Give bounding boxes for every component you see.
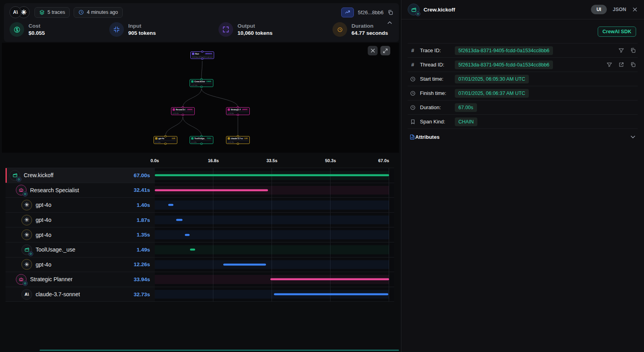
external-icon xyxy=(618,62,624,68)
compress-icon xyxy=(109,22,124,37)
timeline-row[interactable]: ✳gpt-4o1.40s xyxy=(6,198,394,213)
collapse-stats-button[interactable] xyxy=(387,20,393,26)
expand-icon xyxy=(218,22,233,37)
hash-icon: # xyxy=(409,62,416,68)
stat-duration: Duration64.77 seconds xyxy=(332,22,393,37)
span-bar[interactable] xyxy=(270,278,389,280)
attributes-section-header[interactable]: Attributes xyxy=(408,129,638,145)
span-duration: 33.94s xyxy=(134,276,150,282)
detail-field: Span Kind:CHAIN xyxy=(408,115,638,129)
span-bar[interactable] xyxy=(274,293,388,295)
detail-fields: #Trace ID:5f2613da-8371-9405-fcdd-0a1534… xyxy=(408,44,638,129)
sdk-badge: CrewAI SDK xyxy=(598,26,636,37)
horizontal-scrollbar[interactable] xyxy=(40,350,399,351)
graph-edge xyxy=(165,117,183,136)
timeline-row[interactable]: Strategic Planner33.94s xyxy=(6,272,394,287)
span-bar[interactable] xyxy=(176,219,183,221)
close-panel-button[interactable] xyxy=(632,7,638,12)
graph-node-strategic[interactable]: Strategic PlannerAGENT◷ 33.94s xyxy=(226,107,250,115)
graph-node-claude[interactable]: claude-3.7-sonnetLLM◷ 32.73s xyxy=(226,136,250,144)
stat-label: Output xyxy=(237,23,273,29)
graph-edge xyxy=(183,117,201,136)
timeline-axis: 0.0s16.8s33.5s50.3s67.0s xyxy=(155,156,389,168)
timeline-row[interactable]: ToolUsage._use1.49s xyxy=(6,242,394,257)
node-type-icon xyxy=(228,108,230,111)
node-title: Research Speciali… xyxy=(176,108,186,111)
traces-count-label: 5 traces xyxy=(47,9,65,15)
model-avatars: A\ ✳ xyxy=(9,6,30,18)
span-track xyxy=(155,287,389,302)
span-bar[interactable] xyxy=(168,204,173,206)
span-bar[interactable] xyxy=(155,189,268,191)
timeline-row[interactable]: Research Specialist32.41s xyxy=(6,183,394,198)
axis-tick: 16.8s xyxy=(208,158,219,163)
field-value: CHAIN xyxy=(455,117,477,126)
copy-button[interactable] xyxy=(630,62,636,68)
node-output-port xyxy=(201,58,203,60)
span-name: ToolUsage._use xyxy=(36,246,75,253)
graph-node-gpt[interactable]: gpt-4oLLM◷ 1.40s xyxy=(154,136,177,144)
timeline-row[interactable]: ✳gpt-4o1.87s xyxy=(6,213,394,228)
metrics-chart-button[interactable] xyxy=(341,8,354,17)
node-title: Run xyxy=(195,53,199,55)
layers-icon xyxy=(39,9,45,15)
hash-icon: # xyxy=(409,47,416,53)
detail-field: Duration:67.00s xyxy=(408,100,638,115)
node-input-port xyxy=(237,135,239,137)
tab-ui[interactable]: UI xyxy=(591,5,607,14)
sdk-row: CrewAI SDK xyxy=(408,19,638,44)
trace-summary-card: A\ ✳ 5 traces 4 minutes ago 5f26...8bb6 xyxy=(4,3,399,42)
node-kind-badge: AGENT xyxy=(241,109,248,111)
chevron-down-icon xyxy=(630,134,636,140)
field-label: Thread ID: xyxy=(420,62,455,68)
trace-topbar: A\ ✳ 5 traces 4 minutes ago 5f26...8bb6 xyxy=(4,3,399,21)
expand-graph-button[interactable] xyxy=(380,46,390,55)
span-bar[interactable] xyxy=(190,249,195,251)
span-track xyxy=(155,213,389,227)
close-graph-button[interactable] xyxy=(368,46,378,55)
trace-short-id[interactable]: 5f26...8bb6 xyxy=(358,9,384,15)
copy-trace-id-button[interactable] xyxy=(388,9,393,15)
graph-node-run[interactable]: RunSESSION5f2613da-8371-9405-fcdd-0a1534… xyxy=(190,51,214,59)
timeline-row[interactable]: Crew.kickoff67.00s xyxy=(6,168,394,183)
filter-button[interactable] xyxy=(606,62,612,68)
copy-button[interactable] xyxy=(630,47,636,53)
external-button[interactable] xyxy=(618,62,624,68)
stat-input: Input905 tokens xyxy=(109,22,218,37)
node-type-icon xyxy=(191,80,194,83)
span-bar[interactable] xyxy=(223,263,266,265)
node-type-icon xyxy=(228,137,230,140)
stat-value: 64.77 seconds xyxy=(351,30,388,36)
traces-count-badge[interactable]: 5 traces xyxy=(34,7,70,18)
clock-icon xyxy=(332,22,347,37)
span-bar[interactable] xyxy=(185,234,190,236)
node-type-icon xyxy=(192,53,194,55)
clock-icon xyxy=(409,91,416,96)
timeline-row[interactable]: A\claude-3.7-sonnet32.73s xyxy=(6,287,394,302)
node-output-port xyxy=(182,114,184,116)
field-value: 07/01/2025, 06:06:37 AM UTC xyxy=(455,89,529,98)
tab-json[interactable]: JSON xyxy=(613,7,626,12)
field-label: Trace ID: xyxy=(420,47,455,53)
node-title: claude-3.7-sonnet xyxy=(231,137,243,140)
graph-node-tool[interactable]: ToolUsage._useTOOL◷ 1.49s xyxy=(190,136,213,144)
span-bar[interactable] xyxy=(155,174,389,176)
field-value: 5f2613da-8371-9405-fcdd-0a1534cc8bb6 xyxy=(455,46,553,55)
node-type-icon xyxy=(155,137,158,140)
field-label: Span Kind: xyxy=(420,119,455,125)
span-track xyxy=(155,257,389,272)
axis-tick: 67.0s xyxy=(378,158,389,163)
node-kind-badge: AGENT xyxy=(186,109,193,111)
timeline-row[interactable]: ✳gpt-4o12.26s xyxy=(6,257,394,273)
timeline-row[interactable]: ✳gpt-4o1.35s xyxy=(6,227,394,242)
detail-tabs: UI JSON xyxy=(591,5,638,14)
filter-button[interactable] xyxy=(618,47,624,53)
graph-node-research[interactable]: Research Speciali…AGENT◷ 32.41s xyxy=(171,107,195,115)
filter-icon xyxy=(606,62,612,68)
graph-edge xyxy=(201,89,238,107)
span-name: gpt-4o xyxy=(36,202,51,208)
node-kind-badge: TOOL xyxy=(206,138,212,140)
field-value: 67.00s xyxy=(455,103,477,112)
graph-node-crew[interactable]: Crew.kickoffCHAIN◷ 67.00s xyxy=(190,79,213,87)
crewai-mini-badge-icon xyxy=(28,251,33,256)
